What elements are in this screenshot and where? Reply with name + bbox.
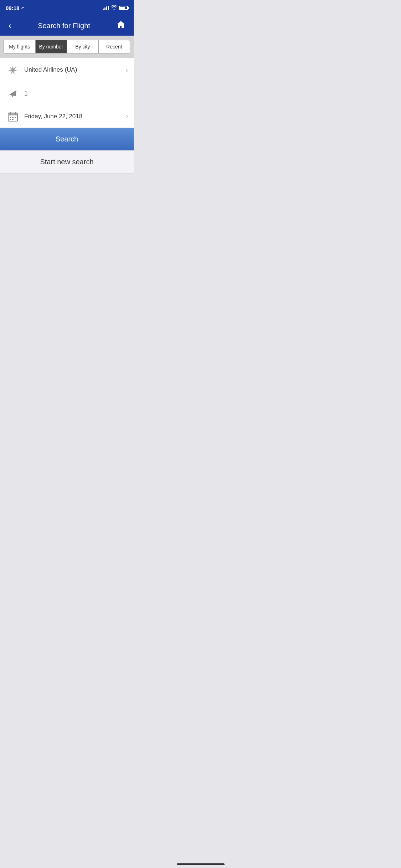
calendar-icon (6, 111, 20, 122)
form-section: United Airlines (UA) › 1 Frida (0, 58, 134, 128)
airline-value: United Airlines (UA) (24, 66, 126, 73)
svg-rect-4 (10, 117, 11, 118)
tab-recent[interactable]: Recent (99, 40, 130, 53)
date-chevron: › (126, 113, 128, 120)
tab-by-city[interactable]: By city (67, 40, 99, 53)
date-value: Friday, June 22, 2018 (24, 113, 126, 120)
new-search-button[interactable]: Start new search (0, 150, 134, 174)
tab-bar: My flights By number By city Recent (4, 40, 130, 53)
back-button[interactable]: ‹ (6, 18, 14, 33)
svg-rect-1 (8, 113, 17, 115)
tab-by-number[interactable]: By number (36, 40, 67, 53)
home-button[interactable] (114, 18, 128, 33)
svg-rect-6 (15, 117, 16, 118)
status-time: 09:18 ↗ (6, 5, 24, 11)
svg-rect-5 (12, 117, 14, 118)
airline-icon (6, 63, 20, 76)
svg-rect-7 (10, 119, 11, 120)
empty-area (0, 174, 134, 387)
signal-icon (103, 6, 109, 10)
wifi-icon (111, 5, 117, 11)
date-row[interactable]: Friday, June 22, 2018 › (0, 105, 134, 128)
flight-number-value: 1 (24, 90, 128, 97)
status-icons (103, 5, 128, 11)
tab-my-flights[interactable]: My flights (4, 40, 36, 53)
nav-bar: ‹ Search for Flight (0, 16, 134, 36)
status-bar: 09:18 ↗ (0, 0, 134, 16)
page-title: Search for Flight (38, 22, 90, 30)
airline-chevron: › (126, 66, 128, 74)
time-label: 09:18 (6, 5, 19, 11)
flight-number-row[interactable]: 1 (0, 82, 134, 105)
search-button[interactable]: Search (0, 128, 134, 150)
airline-row[interactable]: United Airlines (UA) › (0, 58, 134, 82)
location-icon: ↗ (21, 6, 24, 10)
svg-rect-8 (12, 119, 14, 120)
battery-icon (119, 6, 128, 10)
plane-icon (6, 89, 20, 99)
tab-container: My flights By number By city Recent (0, 36, 134, 58)
